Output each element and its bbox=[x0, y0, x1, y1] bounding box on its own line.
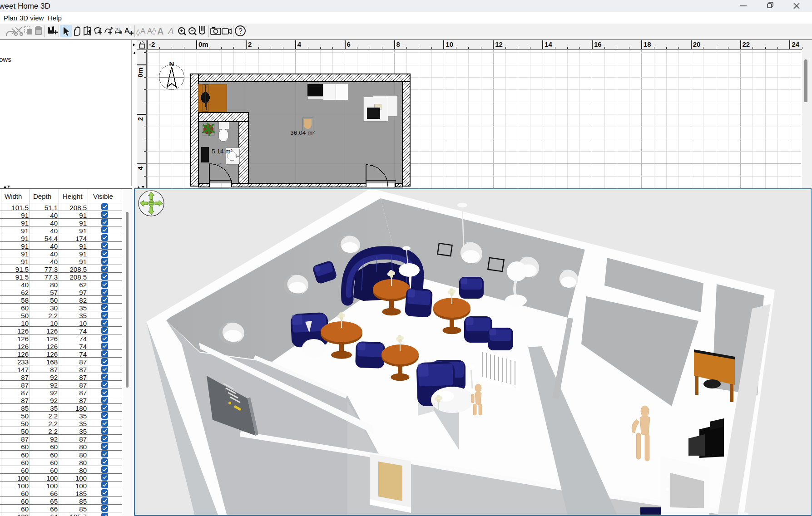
svg-text:A: A bbox=[168, 26, 174, 36]
svg-text:A: A bbox=[124, 26, 129, 34]
svg-text:24: 24 bbox=[792, 40, 799, 48]
svg-text:36.04 m²: 36.04 m² bbox=[290, 129, 315, 136]
svg-text:8: 8 bbox=[396, 40, 400, 48]
svg-text:A: A bbox=[140, 27, 146, 35]
svg-text:10: 10 bbox=[446, 40, 453, 48]
svg-text:18: 18 bbox=[644, 40, 651, 48]
svg-text:12: 12 bbox=[495, 40, 503, 48]
svg-text:?: ? bbox=[238, 27, 243, 35]
svg-text:ω: ω bbox=[218, 162, 221, 166]
svg-text:22: 22 bbox=[743, 40, 750, 48]
svg-text:5.14 m²: 5.14 m² bbox=[212, 148, 233, 155]
svg-text:2: 2 bbox=[248, 40, 252, 48]
svg-text:6: 6 bbox=[347, 40, 351, 48]
svg-text:20: 20 bbox=[693, 40, 701, 48]
svg-text:0m: 0m bbox=[198, 40, 208, 48]
svg-text:14: 14 bbox=[545, 40, 552, 48]
svg-text:4: 4 bbox=[297, 40, 302, 48]
svg-text:4: 4 bbox=[136, 166, 144, 170]
svg-text:A: A bbox=[152, 26, 156, 33]
svg-text:10: 10 bbox=[115, 27, 119, 31]
svg-text:16: 16 bbox=[594, 40, 602, 48]
svg-text:2: 2 bbox=[136, 117, 144, 121]
svg-text:-2: -2 bbox=[149, 40, 155, 48]
svg-text:0m: 0m bbox=[136, 68, 144, 78]
svg-text:A: A bbox=[157, 26, 163, 36]
